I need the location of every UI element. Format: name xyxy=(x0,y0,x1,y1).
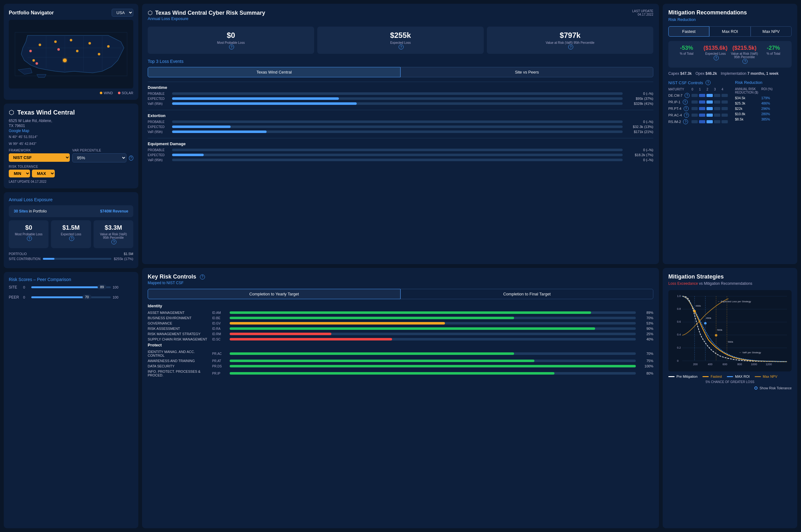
tab-site-vs-peers[interactable]: Site vs Peers xyxy=(400,67,653,77)
site-coords-lon: W 99° 45' 42.843'' xyxy=(9,142,133,146)
nist-control-row: DE.CM-7 ? xyxy=(668,93,729,98)
risk-tolerance-min-select[interactable]: MIN xyxy=(9,170,30,177)
var-help-left[interactable]: ? xyxy=(111,240,116,244)
krc-tabs: Completion to Yearly Target Completion t… xyxy=(148,289,653,299)
nist-controls-help[interactable]: ? xyxy=(706,80,710,85)
site-risk-row: SITE 0 89 100 xyxy=(9,285,133,289)
extortion-expected-row: EXPECTED $32.3k (13%) xyxy=(148,125,653,129)
svg-text:0.2: 0.2 xyxy=(677,346,681,349)
svg-text:400: 400 xyxy=(708,363,712,366)
site-icon: ⬡ xyxy=(9,109,14,116)
svg-text:← VaR per Strategy: ← VaR per Strategy xyxy=(739,351,761,354)
cyber-risk-panel: ⬡ Texas Wind Central Cyber Risk Summary … xyxy=(142,4,659,264)
el-mitrec-help[interactable]: ? xyxy=(714,55,719,60)
cyber-mpl-card: $0 Most Probable Loss ? xyxy=(148,26,314,54)
extortion-event: Extortion PROBABLE 0 (–%) EXPECTED $32.3… xyxy=(148,110,653,138)
tab-final-target[interactable]: Completion to Final Target xyxy=(400,289,653,299)
cyber-mpl-help[interactable]: ? xyxy=(229,44,234,50)
equipment-var-row: VaR (95th) 0 (–%) xyxy=(148,158,653,162)
var-mitrec-help[interactable]: ? xyxy=(743,59,747,64)
svg-point-16 xyxy=(30,50,32,52)
svg-text:1.0: 1.0 xyxy=(677,294,681,298)
krc-control-row: BUSINESS ENVIRONMENT ID.BE 70% xyxy=(148,316,653,320)
tab-max-roi[interactable]: Max ROI xyxy=(709,26,750,37)
top3-title: Top 3 Loss Events xyxy=(148,59,653,64)
portfolio-navigator-panel: Portfolio Navigator USA xyxy=(4,4,138,100)
downtime-probable-row: PROBABLE 0 (–%) xyxy=(148,92,653,95)
tab-fastest[interactable]: Fastest xyxy=(668,26,709,37)
region-select[interactable]: USA xyxy=(112,9,133,17)
map-svg xyxy=(9,20,133,89)
svg-point-12 xyxy=(63,58,66,62)
mpl-card-left: $0 Most Probable Loss ? xyxy=(9,220,49,248)
svg-text:0.6: 0.6 xyxy=(677,320,681,323)
cyber-var-help[interactable]: ? xyxy=(568,44,573,50)
svg-text:600: 600 xyxy=(723,363,727,366)
krc-help-icon[interactable]: ? xyxy=(200,274,205,280)
google-map-link[interactable]: Google Map xyxy=(9,129,133,133)
krc-control-row: SUPPLY CHAIN RISK MANAGEMENT ID.SC 40% xyxy=(148,337,653,341)
tab-texas-wind[interactable]: Texas Wind Central xyxy=(148,67,400,77)
cyber-icon: ⬡ xyxy=(148,10,153,16)
extortion-probable-row: PROBABLE 0 (–%) xyxy=(148,120,653,124)
tab-yearly-target[interactable]: Completion to Yearly Target xyxy=(148,289,400,299)
cyber-el-card: $255k Expected Loss ? xyxy=(317,26,484,54)
nist-control-row: PR.AC-4 ? xyxy=(668,113,729,118)
el-help-left[interactable]: ? xyxy=(69,236,74,241)
site-address-line2: TX 79601 xyxy=(9,124,133,128)
nist-control-right-row: $25.3k486% xyxy=(735,101,792,105)
show-risk-tolerance[interactable]: Show Risk Tolerance xyxy=(668,386,792,390)
event-title-equipment: Equipment Damage xyxy=(148,141,653,146)
loss-exceedance-chart: 1.0 0.8 0.6 0.4 0.2 0 200 400 600 800 10… xyxy=(668,290,792,372)
var-card-left: $3.3M Value at Risk (VaR) 95th Percentil… xyxy=(94,220,133,248)
mitrec-title: Mitigation Recommendations xyxy=(668,10,792,16)
mitigation-strategies-panel: Mitigation Strategies Loss Exceedance vs… xyxy=(663,268,797,528)
svg-point-8 xyxy=(54,40,57,43)
nist-controls-section: NIST CSF Controls ? MATURITY 01234 DE.CM… xyxy=(668,80,792,126)
annual-loss-left-panel: Annual Loss Exposure 30 Sites in Portfol… xyxy=(4,192,138,268)
svg-text:490k: 490k xyxy=(695,304,701,307)
site-info-panel: ⬡ Texas Wind Central 6525 W Lake Rd, Abi… xyxy=(4,103,138,188)
event-title-downtime: Downtime xyxy=(148,85,653,90)
svg-text:← Expected Loss per Strategy: ← Expected Loss per Strategy xyxy=(718,300,751,303)
risk-scores-title: Risk Scores – Peer Comparison xyxy=(9,277,133,282)
risk-tolerance-label: RISK TOLERANCE xyxy=(9,165,133,168)
var-help-icon[interactable]: ? xyxy=(129,155,133,160)
nist-control-row: PR.IP-1 ? xyxy=(668,99,729,104)
site-coords-lat: N 40° 45' 51.5514'' xyxy=(9,135,133,139)
svg-point-11 xyxy=(98,53,100,55)
krc-control-row: RISK MANAGEMENT STRATEGY ID.RM 25% xyxy=(148,332,653,336)
usa-map xyxy=(9,20,133,89)
krc-subtitle: Mapped to NIST CSF xyxy=(148,281,653,285)
svg-text:1000: 1000 xyxy=(751,363,757,366)
nist-control-right-row: $10.8k280% xyxy=(735,112,792,116)
svg-text:200: 200 xyxy=(693,363,698,366)
svg-point-9 xyxy=(70,39,72,41)
mitrec-metrics: -53% % of Total ($135.6k) Expected Loss … xyxy=(668,41,792,68)
framework-select[interactable]: NIST CSF xyxy=(9,153,70,162)
cyber-el-help[interactable]: ? xyxy=(399,44,404,50)
svg-text:560k: 560k xyxy=(717,328,723,331)
nist-control-row: PR.PT-4 ? xyxy=(668,106,729,111)
nist-control-row: RS.IM-2 ? xyxy=(668,119,729,124)
svg-text:0: 0 xyxy=(677,359,679,362)
risk-tolerance-max-select[interactable]: MAX xyxy=(32,170,55,177)
svg-text:800: 800 xyxy=(738,363,742,366)
mitigation-recommendations-panel: Mitigation Recommendations Risk Reductio… xyxy=(663,4,797,264)
svg-point-13 xyxy=(76,50,78,52)
equipment-damage-event: Equipment Damage PROBABLE 0 (–%) EXPECTE… xyxy=(148,138,653,166)
downtime-expected-row: EXPECTED $95k (37%) xyxy=(148,97,653,100)
krc-control-row: ASSET MANAGEMENT ID.AM 89% xyxy=(148,311,653,315)
framework-label: FRAMEWORK xyxy=(9,149,70,152)
mitrec-tabs: Fastest Max ROI Max NPV xyxy=(668,26,792,37)
tab-max-npv[interactable]: Max NPV xyxy=(751,26,792,37)
krc-title: Key Risk Controls xyxy=(148,273,196,280)
mpl-help-left[interactable]: ? xyxy=(27,236,32,241)
event-title-extortion: Extortion xyxy=(148,113,653,118)
var-percentile-select[interactable]: 95% xyxy=(72,153,127,163)
portfolio-nav-title: Portfolio Navigator xyxy=(9,10,54,16)
cyber-risk-cards: $0 Most Probable Loss ? $255k Expected L… xyxy=(148,26,653,54)
svg-point-10 xyxy=(89,42,91,44)
svg-point-15 xyxy=(33,59,35,62)
equipment-expected-row: EXPECTED $18.2k (7%) xyxy=(148,153,653,157)
